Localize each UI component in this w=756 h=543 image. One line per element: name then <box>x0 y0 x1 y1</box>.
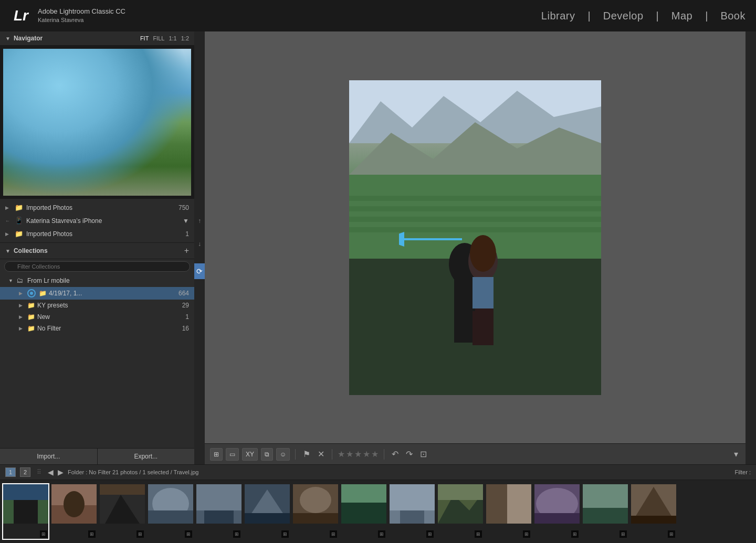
thumb-inner-7 <box>293 484 338 530</box>
svg-rect-45 <box>400 510 424 524</box>
svg-rect-41 <box>341 484 386 503</box>
coll-item-expand-3: ▶ <box>19 326 25 331</box>
source-name-1: Imported Photos <box>26 204 175 211</box>
thumb-badge-icon-8: ⊞ <box>380 531 384 537</box>
filmstrip-thumb-2[interactable]: ⊞ <box>50 483 98 540</box>
import-button[interactable]: Import... <box>0 449 98 464</box>
filmstrip-thumb-12[interactable]: ⊞ <box>533 483 581 540</box>
nav-sep-2: | <box>656 10 659 22</box>
loupe-view-button[interactable]: ▭ <box>226 448 239 461</box>
star-4[interactable]: ★ <box>363 449 370 459</box>
reject-button[interactable]: ✕ <box>316 448 327 460</box>
svg-rect-44 <box>390 484 435 510</box>
thumb-badge-icon-2: ⊞ <box>90 531 94 537</box>
photo-svg <box>349 80 601 395</box>
thumb-svg-9 <box>390 484 435 524</box>
thumb-badge-4: ⊞ <box>185 530 192 538</box>
collection-item-3[interactable]: ▶ 📁 No Filter 16 <box>0 323 194 334</box>
flag-button[interactable]: ⚑ <box>301 448 312 460</box>
source-device-icon: ← <box>5 218 12 223</box>
thumb-svg-5 <box>196 484 242 524</box>
star-1[interactable]: ★ <box>338 449 345 459</box>
collections-add-button[interactable]: + <box>184 246 189 255</box>
filmstrip-thumb-7[interactable]: ⊞ <box>292 483 339 540</box>
filmstrip-toggle-button[interactable]: ▾ <box>732 448 740 460</box>
navigator-image-content <box>3 49 191 196</box>
source-imported-photos-main[interactable]: ▶ 📁 Imported Photos 750 <box>0 201 194 214</box>
device-arrow-icon: ▼ <box>183 217 189 225</box>
collection-item-1[interactable]: ▶ 📁 KY presets 29 <box>0 300 194 311</box>
filmstrip-nav-prev[interactable]: ◀ <box>48 468 54 476</box>
nav-sep-3: | <box>705 10 708 22</box>
thumb-inner-3 <box>100 484 145 530</box>
nav-map[interactable]: Map <box>671 10 692 22</box>
coll-item-expand-1: ▶ <box>19 303 25 308</box>
app-title: Adobe Lightroom Classic CC Katerina Stav… <box>38 7 125 25</box>
filmstrip-thumb-4[interactable]: ⊞ <box>147 483 194 540</box>
source-imported-photos-2[interactable]: ▶ 📁 Imported Photos 1 <box>0 227 194 240</box>
svg-rect-48 <box>438 484 483 500</box>
filmstrip-thumb-8[interactable]: ⊞ <box>340 483 387 540</box>
face-view-button[interactable]: ☺ <box>276 448 290 461</box>
star-5[interactable]: ★ <box>371 449 379 459</box>
nav-develop[interactable]: Develop <box>603 10 644 22</box>
sync-inner-0 <box>30 292 33 295</box>
collections-collapse-icon: ▼ <box>5 248 10 254</box>
source-iphone[interactable]: ← 📱 Katerina Stavreva's iPhone ▼ <box>0 214 194 227</box>
compare-view-button[interactable]: XY <box>242 448 258 461</box>
filmstrip-thumb-1[interactable]: ⊞ <box>2 483 49 540</box>
sync-indicator-0 <box>27 289 36 297</box>
nav-fit[interactable]: FIT <box>140 35 149 41</box>
filter-collections-input[interactable] <box>4 261 190 272</box>
filmstrip-thumb-13[interactable]: ⊞ <box>582 483 629 540</box>
nav-1to2[interactable]: 1:2 <box>181 35 189 41</box>
filmstrip-thumb-3[interactable]: ⊞ <box>99 483 146 540</box>
filmstrip-thumb-11[interactable]: ⊞ <box>485 483 532 540</box>
nav-book[interactable]: Book <box>720 10 746 22</box>
navigator-collapse-icon: ▼ <box>5 36 10 41</box>
main-photo-image <box>349 80 601 395</box>
grid-view-button[interactable]: ⊞ <box>210 448 223 461</box>
collection-item-0[interactable]: ▶ 📁 4/19/17, 1... 664 <box>0 287 194 300</box>
coll-item-expand-0: ▶ <box>19 291 25 296</box>
app-name: Adobe Lightroom Classic CC <box>38 7 125 16</box>
left-edge-arrow-up[interactable]: ↑ <box>198 217 201 225</box>
filmstrip-page-2[interactable]: 2 <box>20 467 30 477</box>
filmstrip-page-1[interactable]: 1 <box>5 467 16 477</box>
nav-library[interactable]: Library <box>541 10 575 22</box>
left-edge: ↑ ↓ ⟳ <box>194 31 205 464</box>
star-3[interactable]: ★ <box>354 449 362 459</box>
filmstrip-nav-next[interactable]: ▶ <box>58 468 64 476</box>
collection-group-header[interactable]: ▼ 🗂 From Lr mobile <box>0 274 194 287</box>
svg-rect-6 <box>349 196 601 201</box>
svg-point-16 <box>470 235 496 272</box>
svg-rect-60 <box>631 516 676 524</box>
arrow-pointer <box>399 226 467 252</box>
nav-1to1[interactable]: 1:1 <box>169 35 176 41</box>
collection-item-2[interactable]: ▶ 📁 New 1 <box>0 311 194 323</box>
rotate-right-button[interactable]: ↷ <box>404 448 415 460</box>
survey-view-button[interactable]: ⧉ <box>261 448 273 461</box>
filmstrip-thumb-10[interactable]: ⊞ <box>437 483 484 540</box>
right-panel <box>746 31 756 464</box>
navigator-image[interactable] <box>3 49 191 196</box>
filmstrip-thumb-6[interactable]: ⊞ <box>244 483 291 540</box>
thumb-badge-8: ⊞ <box>378 530 385 538</box>
nav-fill[interactable]: FILL <box>153 35 164 41</box>
group-name: From Lr mobile <box>27 277 189 284</box>
star-2[interactable]: ★ <box>346 449 353 459</box>
filmstrip-thumb-9[interactable]: ⊞ <box>388 483 436 540</box>
sync-button[interactable]: ⟳ <box>194 263 205 279</box>
main-image-area <box>205 31 746 443</box>
thumb-svg-11 <box>486 484 531 524</box>
left-edge-arrow-down[interactable]: ↓ <box>198 240 201 248</box>
thumb-badge-icon-10: ⊞ <box>476 531 480 537</box>
thumb-badge-icon-7: ⊞ <box>331 531 335 537</box>
export-button[interactable]: Export... <box>98 449 195 464</box>
crop-button[interactable]: ⊡ <box>418 448 429 460</box>
rotate-left-button[interactable]: ↶ <box>390 448 401 460</box>
filmstrip-thumb-5[interactable]: ⊞ <box>195 483 243 540</box>
filmstrip-thumb-14[interactable]: ⊞ <box>630 483 677 540</box>
collection-group-lr-mobile: ▼ 🗂 From Lr mobile ▶ 📁 4/19/17, 1... 664… <box>0 274 194 334</box>
coll-count-1: 29 <box>182 302 189 309</box>
